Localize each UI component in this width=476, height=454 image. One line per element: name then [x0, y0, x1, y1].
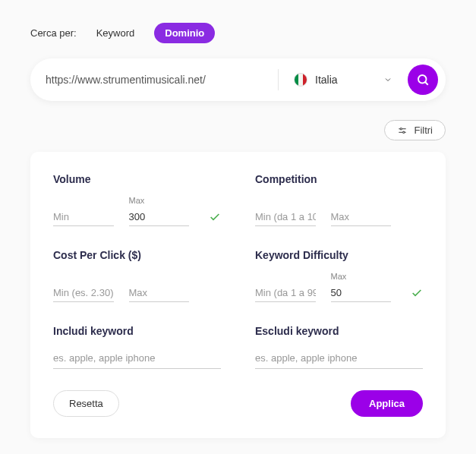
svg-point-0 — [418, 75, 427, 84]
filter-panel: Volume Max Competition — [30, 152, 446, 438]
filter-volume-title: Volume — [53, 173, 221, 185]
sliders-icon — [397, 125, 408, 136]
top-actions: Filtri — [30, 120, 446, 140]
filter-exclude-title: Escludi keyword — [255, 325, 423, 337]
exclude-keyword-input[interactable] — [255, 348, 423, 369]
competition-min-input[interactable] — [255, 208, 316, 226]
difficulty-max-label: Max — [331, 272, 392, 282]
cpc-max-input[interactable] — [129, 284, 190, 302]
include-keyword-input[interactable] — [53, 348, 221, 369]
difficulty-max-input[interactable] — [331, 284, 392, 302]
filter-toggle-button[interactable]: Filtri — [384, 120, 446, 140]
filter-volume: Volume Max — [53, 173, 221, 226]
search-divider — [278, 69, 279, 90]
filter-toggle-label: Filtri — [414, 125, 433, 136]
cpc-min-input[interactable] — [53, 284, 114, 302]
italy-flag-icon — [294, 73, 307, 87]
reset-button[interactable]: Resetta — [53, 390, 119, 417]
search-icon — [416, 73, 430, 87]
filter-difficulty-title: Keyword Difficulty — [255, 249, 423, 261]
filter-cpc-title: Cost Per Click ($) — [53, 249, 221, 261]
volume-max-input[interactable] — [129, 208, 190, 226]
chevron-down-icon — [383, 75, 392, 84]
filter-cpc: Cost Per Click ($) — [53, 249, 221, 302]
search-button[interactable] — [408, 65, 438, 95]
svg-line-1 — [425, 82, 428, 85]
apply-button[interactable]: Applica — [351, 390, 423, 417]
volume-min-input[interactable] — [53, 208, 114, 226]
search-type-label: Cerca per: — [30, 27, 77, 39]
panel-actions: Resetta Applica — [53, 390, 423, 417]
search-bar: Italia — [30, 58, 446, 101]
volume-max-label: Max — [129, 196, 190, 207]
svg-point-5 — [403, 131, 405, 133]
country-select[interactable]: Italia — [286, 73, 400, 87]
search-type-keyword[interactable]: Keyword — [86, 23, 146, 43]
filter-include-title: Includi keyword — [53, 325, 221, 337]
filter-difficulty: Keyword Difficulty Max — [255, 249, 423, 302]
filter-competition: Competition — [255, 173, 423, 226]
search-input[interactable] — [46, 74, 270, 86]
filter-grid: Volume Max Competition — [53, 173, 423, 369]
filter-exclude: Escludi keyword — [255, 325, 423, 369]
competition-max-input[interactable] — [331, 208, 392, 226]
check-icon — [411, 287, 423, 299]
filter-include: Includi keyword — [53, 325, 221, 369]
difficulty-min-input[interactable] — [255, 284, 316, 302]
search-type-domain[interactable]: Dominio — [154, 23, 215, 43]
country-name: Italia — [315, 74, 376, 86]
check-icon — [209, 211, 221, 223]
svg-point-4 — [401, 128, 402, 129]
filter-competition-title: Competition — [255, 173, 423, 185]
search-type-row: Cerca per: Keyword Dominio — [30, 23, 446, 43]
